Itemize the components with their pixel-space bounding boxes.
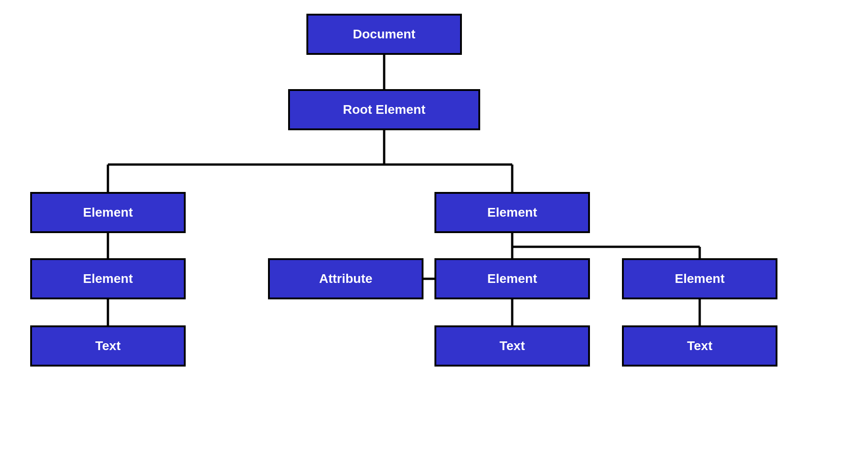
- attribute-node: Attribute: [268, 258, 423, 299]
- text-left-node: Text: [30, 325, 186, 367]
- element-mid-node: Element: [434, 258, 590, 299]
- text-right-node: Text: [622, 325, 777, 367]
- connector-lines: [0, 0, 868, 468]
- diagram: Document Root Element Element Element Te…: [0, 0, 868, 468]
- root-element-node: Root Element: [288, 89, 480, 130]
- element-right2-node: Element: [622, 258, 777, 299]
- element-left1-node: Element: [30, 192, 186, 233]
- text-mid-node: Text: [434, 325, 590, 367]
- document-node: Document: [306, 14, 462, 55]
- element-right1-node: Element: [434, 192, 590, 233]
- element-left2-node: Element: [30, 258, 186, 299]
